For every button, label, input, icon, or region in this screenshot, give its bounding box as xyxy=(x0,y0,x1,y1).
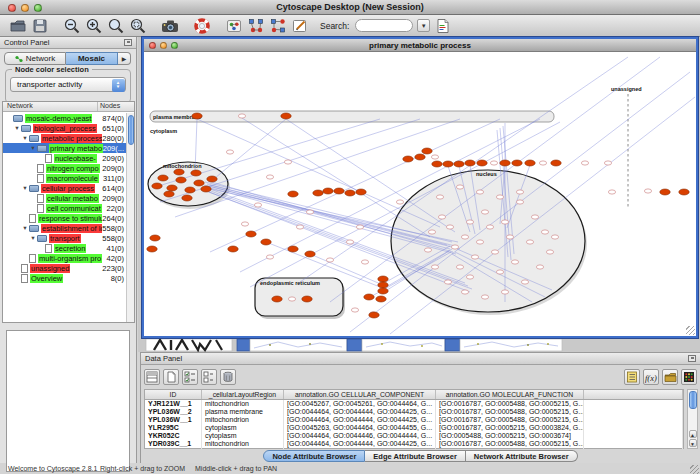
tree-row-unassigned[interactable]: unassigned223(0) xyxy=(3,263,126,273)
network-node[interactable] xyxy=(491,250,498,254)
table-column-header[interactable]: annotation.GO CELLULAR_COMPONENT xyxy=(284,390,436,399)
network-node[interactable] xyxy=(378,282,388,288)
expand-arrow-icon[interactable]: ▼ xyxy=(21,225,29,231)
search-dropdown[interactable]: ▼ xyxy=(417,19,430,32)
tree-row-mosaic-demo-yeast[interactable]: mosaic-demo-yeast874(0) xyxy=(3,113,126,123)
network-node[interactable] xyxy=(456,185,463,189)
network-node[interactable] xyxy=(246,231,256,237)
network-node[interactable] xyxy=(679,189,689,195)
zoom-selected-icon[interactable] xyxy=(128,16,148,36)
tree-row-multi-organism-pro[interactable]: multi-organism pro42(0) xyxy=(3,253,126,263)
network-node[interactable] xyxy=(516,200,523,204)
tree-row-overview[interactable]: Overview8(0) xyxy=(3,273,126,283)
select-attributes-icon[interactable] xyxy=(182,369,198,385)
network-node[interactable] xyxy=(364,294,374,300)
network-node[interactable] xyxy=(436,195,443,199)
tree-row-biological-process[interactable]: ▼biological_process651(0) xyxy=(3,123,126,133)
network-node[interactable] xyxy=(207,176,217,182)
tree-row-macromolecule[interactable]: macromolecule311(0) xyxy=(3,173,126,183)
network-node[interactable] xyxy=(431,265,438,269)
table-row[interactable]: YPL036W__1mitochondrion[GO:0044464, GO:0… xyxy=(145,416,683,424)
app-resize-grip[interactable] xyxy=(690,465,699,474)
network-node[interactable] xyxy=(444,280,451,284)
network-node[interactable] xyxy=(456,265,463,269)
network-node[interactable] xyxy=(191,170,201,176)
network-node[interactable] xyxy=(516,190,523,194)
tab-network-attribute-browser[interactable]: Network Attribute Browser xyxy=(466,450,578,462)
network-node[interactable] xyxy=(361,260,368,264)
tree-row-cellular-metabo[interactable]: cellular metabo209(0) xyxy=(3,193,126,203)
snapshot-icon[interactable] xyxy=(160,16,180,36)
network-node[interactable] xyxy=(446,225,453,229)
network-node[interactable] xyxy=(451,245,458,249)
scroll-up-icon[interactable]: ▲ xyxy=(689,430,697,438)
tree-row-cellular-process[interactable]: ▼cellular process614(0) xyxy=(3,183,126,193)
network-node[interactable] xyxy=(281,113,291,119)
network-node[interactable] xyxy=(296,225,303,229)
network-node[interactable] xyxy=(288,246,298,252)
zoom-window-icon[interactable] xyxy=(34,4,42,12)
network-node[interactable] xyxy=(228,246,238,252)
tab-node-attribute-browser[interactable]: Node Attribute Browser xyxy=(263,450,365,462)
node-color-dropdown[interactable]: transporter activity ▲▼ xyxy=(10,77,126,92)
expand-arrow-icon[interactable]: ▼ xyxy=(29,235,37,241)
table-column-header[interactable]: ID xyxy=(145,390,202,399)
network-node[interactable] xyxy=(376,296,386,302)
network-node[interactable] xyxy=(471,255,478,259)
network-node[interactable] xyxy=(396,200,403,204)
network-node[interactable] xyxy=(302,296,312,302)
zoom-in-icon[interactable] xyxy=(84,16,104,36)
tree-col-network[interactable]: Network xyxy=(3,102,98,111)
network-node[interactable] xyxy=(481,210,488,214)
tree-row-metabolic-process[interactable]: ▼metabolic process280(0) xyxy=(3,133,126,143)
network-node[interactable] xyxy=(521,280,528,284)
network-node[interactable] xyxy=(272,296,282,302)
network-node[interactable] xyxy=(241,222,248,226)
network-node[interactable] xyxy=(306,210,313,214)
network-node[interactable] xyxy=(531,215,538,219)
network-node[interactable] xyxy=(288,297,295,301)
network-node[interactable] xyxy=(415,154,425,160)
network-node[interactable] xyxy=(369,312,379,318)
network-node[interactable] xyxy=(477,160,487,166)
network-node[interactable] xyxy=(167,185,177,191)
network-node[interactable] xyxy=(194,180,204,186)
network-node[interactable] xyxy=(546,250,553,254)
network-node[interactable] xyxy=(185,187,195,193)
network-node[interactable] xyxy=(147,246,157,252)
network-node[interactable] xyxy=(465,160,475,166)
network-node[interactable] xyxy=(174,169,184,175)
tab-edge-attribute-browser[interactable]: Edge Attribute Browser xyxy=(365,450,465,462)
network-node[interactable] xyxy=(454,161,464,167)
network-node[interactable] xyxy=(511,260,518,264)
network-node[interactable] xyxy=(506,235,513,239)
network-node[interactable] xyxy=(581,161,588,165)
network-node[interactable] xyxy=(345,190,355,196)
network-node[interactable] xyxy=(525,160,535,166)
zoom-out-icon[interactable] xyxy=(62,16,82,36)
network-node[interactable] xyxy=(326,258,333,262)
network-node[interactable] xyxy=(431,155,438,159)
tree-row-response-to-stimulu[interactable]: response to stimulu264(0) xyxy=(3,213,126,223)
network-window-titlebar[interactable]: primary metabolic process xyxy=(144,39,696,52)
tree-row-primary-metabo[interactable]: ▼primary metabo209(... xyxy=(3,143,126,153)
tree-row-establishment-of-lo[interactable]: ▼establishment of lo558(0) xyxy=(3,223,126,233)
network-edge[interactable] xyxy=(215,119,286,178)
float-panel-icon[interactable] xyxy=(124,39,132,46)
network-node[interactable] xyxy=(428,230,435,234)
network-node[interactable] xyxy=(378,276,388,282)
network-node[interactable] xyxy=(422,148,432,154)
network-node[interactable] xyxy=(351,308,358,312)
table-column-header[interactable]: _cellularLayoutRegion xyxy=(202,390,284,399)
network-node[interactable] xyxy=(150,235,160,241)
network-node[interactable] xyxy=(644,189,651,193)
annotation-icon[interactable] xyxy=(290,16,310,36)
network-node[interactable] xyxy=(481,295,488,299)
network-node[interactable] xyxy=(334,188,344,194)
network-node[interactable] xyxy=(608,190,615,194)
network-node[interactable] xyxy=(266,175,273,179)
unselect-attributes-icon[interactable] xyxy=(201,369,217,385)
window-resize-grip[interactable] xyxy=(686,326,695,335)
plugins-icon[interactable] xyxy=(224,16,244,36)
network-node[interactable] xyxy=(158,175,168,181)
